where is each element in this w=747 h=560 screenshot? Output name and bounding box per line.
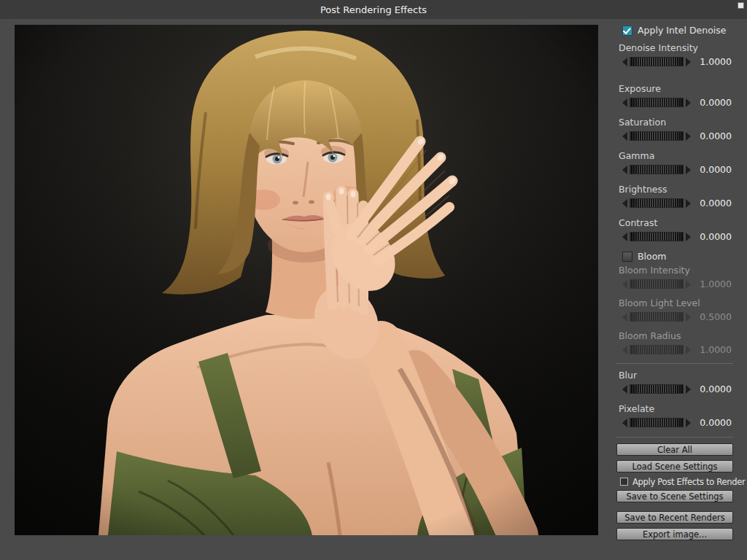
slider-label: Blur — [616, 370, 733, 381]
slider-value: 0.5000 — [691, 311, 733, 322]
slider-value: 1.0000 — [691, 279, 733, 289]
decrement-arrow-icon[interactable] — [622, 385, 627, 394]
load-scene-settings-button[interactable]: Load Scene Settings — [616, 460, 733, 472]
increment-arrow-icon[interactable] — [686, 419, 691, 427]
window-title: Post Rendering Effects — [320, 4, 427, 15]
contrast-group: Contrast 0.0000 — [616, 217, 733, 242]
slider-value: 1.0000 — [691, 344, 733, 355]
slider-track[interactable] — [630, 384, 684, 394]
bloom-checkbox[interactable] — [622, 252, 632, 262]
slider-label: Gamma — [616, 150, 733, 161]
gamma-group: Gamma 0.0000 — [616, 150, 733, 175]
brightness-slider: 0.0000 — [616, 198, 733, 209]
slider-value[interactable]: 0.0000 — [691, 198, 733, 209]
slider-track[interactable] — [630, 98, 684, 107]
decrement-arrow-icon[interactable] — [622, 199, 627, 208]
slider-track[interactable] — [630, 232, 684, 241]
exposure-slider: 0.0000 — [616, 97, 733, 108]
slider-track[interactable] — [630, 165, 684, 174]
separator — [616, 437, 733, 438]
checkmark-icon — [623, 26, 631, 34]
decrement-arrow-icon — [622, 346, 627, 354]
decrement-arrow-icon[interactable] — [622, 233, 627, 241]
bloom-label: Bloom — [638, 251, 667, 262]
slider-track — [630, 345, 684, 354]
decrement-arrow-icon[interactable] — [622, 58, 627, 66]
decrement-arrow-icon — [622, 280, 627, 289]
denoise-intensity-group: Denoise Intensity 1.0000 — [616, 42, 733, 67]
blur-group: Blur 0.0000 — [616, 370, 733, 394]
export-image-button[interactable]: Export image... — [616, 528, 733, 540]
pixelate-group: Pixelate 0.0000 — [616, 403, 733, 428]
slider-value[interactable]: 0.0000 — [691, 131, 733, 141]
apply-post-effects-checkbox[interactable] — [620, 478, 628, 486]
increment-arrow-icon[interactable] — [686, 385, 691, 394]
slider-value[interactable]: 1.0000 — [691, 56, 733, 67]
slider-label: Saturation — [616, 117, 733, 128]
slider-track[interactable] — [630, 131, 684, 141]
bloom-light-level-slider: 0.5000 — [616, 311, 733, 322]
clear-all-button[interactable]: Clear All — [616, 443, 733, 456]
slider-label: Contrast — [616, 217, 733, 228]
blur-slider: 0.0000 — [616, 384, 733, 394]
slider-track — [630, 279, 684, 289]
separator — [616, 363, 733, 364]
titlebar[interactable]: Post Rendering Effects — [0, 0, 747, 19]
slider-track — [630, 312, 684, 322]
increment-arrow-icon — [686, 280, 691, 289]
slider-label: Exposure — [616, 83, 733, 94]
increment-arrow-icon[interactable] — [686, 58, 691, 66]
slider-label: Brightness — [616, 184, 733, 195]
bloom-intensity-slider: 1.0000 — [616, 279, 733, 289]
slider-track[interactable] — [630, 57, 684, 66]
bloom-radius-slider: 1.0000 — [616, 344, 733, 355]
slider-value[interactable]: 0.0000 — [691, 384, 733, 394]
saturation-group: Saturation 0.0000 — [616, 117, 733, 141]
slider-label: Pixelate — [616, 403, 733, 414]
bloom-intensity-group: Bloom Intensity 1.0000 — [616, 265, 733, 289]
bloom-row[interactable]: Bloom — [622, 251, 733, 262]
bloom-radius-group: Bloom Radius 1.0000 — [616, 330, 733, 355]
slider-value[interactable]: 0.0000 — [691, 164, 733, 175]
decrement-arrow-icon — [622, 313, 627, 322]
save-to-scene-settings-button[interactable]: Save to Scene Settings — [616, 490, 733, 502]
decrement-arrow-icon[interactable] — [622, 419, 627, 427]
slider-value[interactable]: 0.0000 — [691, 231, 733, 242]
apply-post-effects-row[interactable]: Apply Post Effects to Render — [620, 477, 733, 486]
slider-value[interactable]: 0.0000 — [691, 97, 733, 108]
decrement-arrow-icon[interactable] — [622, 132, 627, 141]
exposure-group: Exposure 0.0000 — [616, 83, 733, 108]
increment-arrow-icon[interactable] — [686, 132, 691, 141]
apply-intel-denoise-label: Apply Intel Denoise — [638, 25, 726, 36]
contrast-slider: 0.0000 — [616, 231, 733, 242]
slider-label: Bloom Radius — [616, 330, 733, 341]
slider-track[interactable] — [630, 418, 684, 427]
dock-panel-icon[interactable] — [738, 2, 744, 9]
gamma-slider: 0.0000 — [616, 164, 733, 175]
decrement-arrow-icon[interactable] — [622, 166, 627, 174]
slider-track[interactable] — [630, 198, 684, 208]
bloom-light-level-group: Bloom Light Level 0.5000 — [616, 298, 733, 322]
brightness-group: Brightness 0.0000 — [616, 184, 733, 209]
slider-label: Bloom Light Level — [616, 298, 733, 308]
increment-arrow-icon[interactable] — [686, 166, 691, 174]
portrait-render-image — [15, 25, 598, 535]
post-rendering-effects-window: Post Rendering Effects — [0, 0, 747, 560]
effects-panel: Apply Intel Denoise Denoise Intensity 1.… — [616, 20, 733, 545]
increment-arrow-icon[interactable] — [686, 233, 691, 241]
increment-arrow-icon — [686, 346, 691, 354]
slider-label: Bloom Intensity — [616, 265, 733, 276]
decrement-arrow-icon[interactable] — [622, 98, 627, 107]
increment-arrow-icon[interactable] — [686, 98, 691, 107]
apply-intel-denoise-row[interactable]: Apply Intel Denoise — [622, 25, 733, 36]
apply-intel-denoise-checkbox[interactable] — [622, 26, 632, 36]
slider-label: Denoise Intensity — [616, 42, 733, 53]
slider-value[interactable]: 0.0000 — [691, 417, 733, 428]
apply-post-effects-label: Apply Post Effects to Render — [632, 477, 746, 487]
saturation-slider: 0.0000 — [616, 131, 733, 141]
render-preview — [15, 25, 598, 535]
save-to-recent-renders-button[interactable]: Save to Recent Renders — [616, 511, 733, 524]
increment-arrow-icon[interactable] — [686, 199, 691, 208]
increment-arrow-icon — [686, 313, 691, 322]
denoise-intensity-slider: 1.0000 — [616, 56, 733, 67]
